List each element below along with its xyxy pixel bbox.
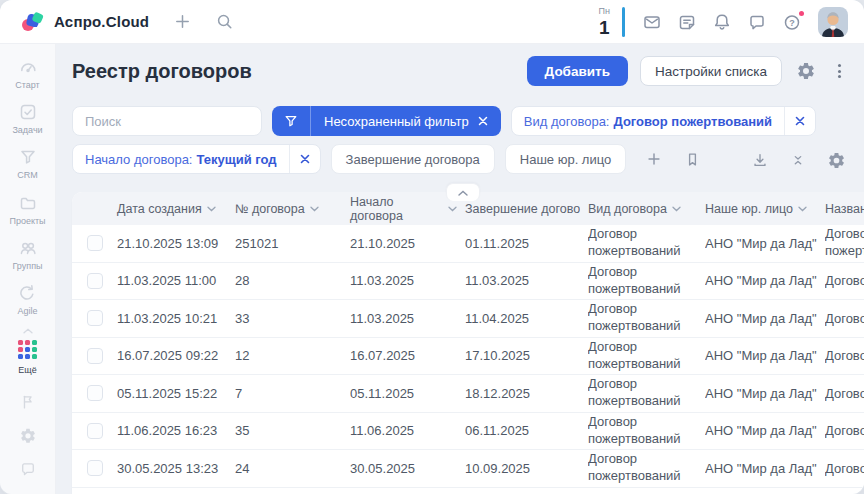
add-filter-icon[interactable] <box>642 147 666 171</box>
cell-number: 35 <box>235 423 350 438</box>
calendar-day: 1 <box>599 18 610 37</box>
filter-funnel-icon[interactable] <box>272 106 311 136</box>
column-header-type[interactable]: Вид договора <box>588 202 705 216</box>
table-row[interactable]: 05.11.2025 15:22 7 05.11.2025 18.12.2025… <box>72 375 864 413</box>
row-checkbox[interactable] <box>87 348 103 364</box>
cell-type: Договор пожертвований <box>588 264 705 298</box>
column-header-created[interactable]: Дата создания <box>117 202 235 216</box>
sidebar-item-projects[interactable]: Проекты <box>9 193 45 228</box>
table-row[interactable]: 11.06.2025 16:23 35 11.06.2025 06.11.202… <box>72 413 864 451</box>
main-area: Реестр договоров Добавить Настройки спис… <box>56 44 864 494</box>
cell-entity: АНО "Мир да Лад" <box>705 311 825 326</box>
filter-chip-contract-end[interactable]: Завершение договора <box>331 144 495 174</box>
filter-chip-contract-start[interactable]: Начало договора: Текущий год <box>72 144 321 174</box>
close-icon[interactable] <box>289 145 320 173</box>
calendar-weekday: Пн <box>599 7 610 16</box>
cell-name: Договор <box>825 423 864 438</box>
help-icon[interactable]: ? <box>779 9 805 35</box>
start-gauge-icon <box>18 57 38 77</box>
unsaved-filter-chip[interactable]: Несохраненный фильтр <box>272 106 501 136</box>
cell-type: Договор пожертвований <box>588 226 705 260</box>
bell-icon[interactable] <box>709 9 735 35</box>
sidebar-label: Группы <box>13 261 43 271</box>
cell-name: Договор <box>825 348 864 363</box>
sidebar-item-start[interactable]: Старт <box>15 57 39 92</box>
cell-number: 28 <box>235 273 350 288</box>
cell-end: 06.11.2025 <box>465 423 588 438</box>
download-icon[interactable] <box>748 148 772 172</box>
search-input[interactable] <box>72 106 262 136</box>
sidebar-item-more[interactable]: Ещё <box>18 340 37 375</box>
row-checkbox[interactable] <box>87 235 103 251</box>
cell-created: 30.05.2025 13:23 <box>117 461 235 476</box>
column-header-name[interactable]: Название <box>825 202 864 216</box>
sidebar-item-crm[interactable]: CRM <box>17 147 38 182</box>
row-checkbox[interactable] <box>87 385 103 401</box>
table-row[interactable]: 11.03.2025 11:00 28 11.03.2025 11.03.202… <box>72 263 864 301</box>
notes-icon[interactable] <box>674 9 700 35</box>
gear-small-icon[interactable] <box>18 427 38 445</box>
avatar[interactable] <box>818 7 848 37</box>
cell-end: 01.11.2025 <box>465 236 588 251</box>
close-icon[interactable] <box>784 107 815 135</box>
mail-icon[interactable] <box>639 9 665 35</box>
table-row[interactable]: 16.07.2025 09:22 12 16.07.2025 17.10.202… <box>72 338 864 376</box>
chat-icon[interactable] <box>744 9 770 35</box>
calendar-accent-bar <box>622 7 625 37</box>
column-header-number[interactable]: № договора <box>235 202 350 216</box>
create-plus-icon[interactable] <box>169 9 195 35</box>
table-row[interactable]: 11.03.2025 10:21 33 11.03.2025 11.04.202… <box>72 300 864 338</box>
row-checkbox[interactable] <box>87 273 103 289</box>
cell-number: 7 <box>235 386 350 401</box>
column-header-end[interactable]: Завершение догово... <box>465 202 588 216</box>
sidebar-item-agile[interactable]: Agile <box>17 283 37 318</box>
row-checkbox[interactable] <box>87 423 103 439</box>
filter-chip-legal-entity[interactable]: Наше юр. лицо <box>505 144 626 174</box>
close-icon[interactable] <box>478 116 488 126</box>
column-header-entity[interactable]: Наше юр. лицо <box>705 202 825 216</box>
filter-chip-contract-type[interactable]: Вид договора: Договор пожертвований <box>511 106 816 136</box>
sidebar-item-groups[interactable]: Группы <box>13 238 43 273</box>
row-checkbox[interactable] <box>87 460 103 476</box>
brand-name: Аспро.Cloud <box>54 13 149 30</box>
cell-entity: АНО "Мир да Лад" <box>705 273 825 288</box>
page-title: Реестр договоров <box>72 60 252 83</box>
cell-entity: АНО "Мир да Лад" <box>705 386 825 401</box>
table-row[interactable]: 30.05.2025 13:23 24 30.05.2025 10.09.202… <box>72 450 864 488</box>
bookmark-icon[interactable] <box>680 147 704 171</box>
cell-entity: АНО "Мир да Лад" <box>705 461 825 476</box>
list-settings-button[interactable]: Настройки списка <box>640 56 782 86</box>
cell-created: 21.10.2025 13:09 <box>117 236 235 251</box>
cell-created: 16.07.2025 09:22 <box>117 348 235 363</box>
brand[interactable]: Аспро.Cloud <box>20 10 149 34</box>
cell-start: 11.03.2025 <box>350 311 465 326</box>
chat-small-icon[interactable] <box>18 460 38 478</box>
cell-created: 11.03.2025 11:00 <box>117 273 235 288</box>
add-button[interactable]: Добавить <box>527 56 628 86</box>
cell-name: Договор <box>825 273 864 288</box>
kebab-menu-icon[interactable] <box>830 64 848 78</box>
page-settings-gear-icon[interactable] <box>794 59 818 83</box>
collapse-vertical-icon[interactable] <box>786 148 810 172</box>
topbar: Аспро.Cloud Пн 1 <box>0 0 864 44</box>
sidebar-label: Agile <box>17 306 37 316</box>
table-row[interactable]: 21.10.2025 13:09 251021 21.10.2025 01.11… <box>72 225 864 263</box>
flag-icon[interactable] <box>18 393 38 411</box>
cell-type: Договор пожертвований <box>588 451 705 485</box>
unsaved-filter-label: Несохраненный фильтр <box>324 114 469 129</box>
app-window: Аспро.Cloud Пн 1 <box>0 0 864 494</box>
sidebar-collapse-icon[interactable] <box>22 328 34 334</box>
table-collapse-pill[interactable] <box>446 183 480 201</box>
cell-entity: АНО "Мир да Лад" <box>705 348 825 363</box>
brand-logo-icon <box>20 10 46 34</box>
cell-end: 17.10.2025 <box>465 348 588 363</box>
row-checkbox[interactable] <box>87 310 103 326</box>
calendar-widget[interactable]: Пн 1 <box>599 7 620 37</box>
sort-chevron-icon <box>798 206 807 212</box>
search-icon[interactable] <box>211 9 237 35</box>
sort-chevron-icon <box>672 206 681 212</box>
cell-start: 05.11.2025 <box>350 386 465 401</box>
cell-number: 24 <box>235 461 350 476</box>
sidebar-item-tasks[interactable]: Задачи <box>12 102 42 137</box>
table-settings-gear-icon[interactable] <box>824 148 848 172</box>
